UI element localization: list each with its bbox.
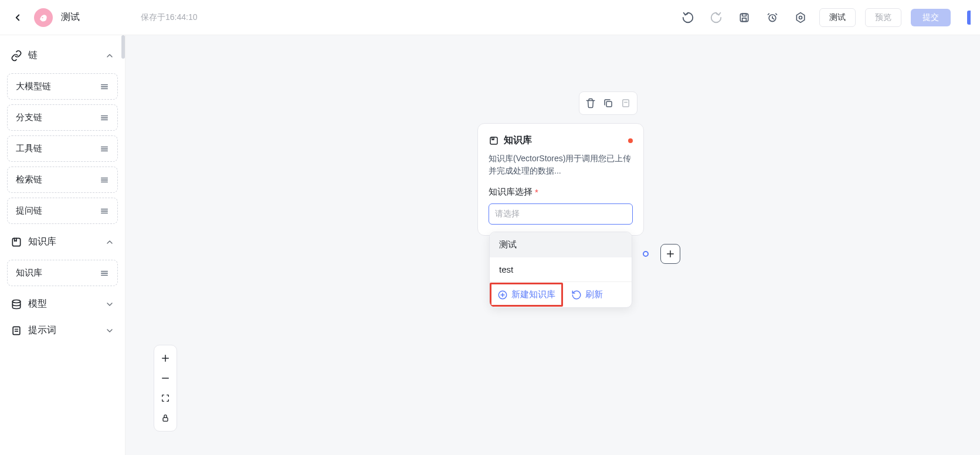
svg-line-7 (772, 18, 774, 19)
settings-button[interactable] (791, 8, 810, 27)
chevron-down-icon (105, 326, 114, 335)
submit-button[interactable]: 提交 (911, 9, 951, 26)
node-title: 知识库 (504, 134, 623, 147)
svg-rect-3 (742, 13, 747, 16)
dropdown-option[interactable]: 测试 (490, 232, 632, 257)
knowledge-select[interactable]: 请选择 (489, 203, 633, 225)
section-label: 链 (28, 49, 99, 62)
menu-icon (100, 206, 109, 216)
zoom-out-button[interactable] (156, 369, 175, 388)
node-toolbar (579, 91, 637, 115)
canvas[interactable]: 知识库 知识库(VectorStores)用于调用您已上传并完成处理的数据...… (126, 35, 980, 455)
section-knowledge[interactable]: 知识库 (7, 229, 118, 255)
section-prompt[interactable]: 提示词 (7, 317, 118, 344)
page-title: 测试 (61, 11, 80, 23)
delete-node-button[interactable] (583, 96, 598, 111)
menu-icon (100, 175, 109, 185)
section-model[interactable]: 模型 (7, 291, 118, 317)
header-accent (967, 11, 971, 25)
svg-line-8 (768, 13, 769, 15)
dropdown-option[interactable]: test (490, 257, 632, 281)
app-logo (34, 8, 53, 27)
required-star: * (535, 187, 538, 197)
book-icon (11, 236, 22, 248)
test-button[interactable]: 测试 (819, 8, 856, 27)
sidebar-item-label: 知识库 (16, 267, 42, 279)
sidebar-item-branch-chain[interactable]: 分支链 (7, 104, 118, 131)
menu-icon (100, 113, 109, 123)
zoom-controls (154, 345, 177, 432)
save-timestamp: 保存于16:44:10 (141, 12, 198, 23)
lock-button[interactable] (156, 409, 175, 427)
undo-button[interactable] (679, 8, 697, 27)
node-description: 知识库(VectorStores)用于调用您已上传并完成处理的数据... (489, 152, 633, 177)
status-dot (628, 138, 633, 143)
sidebar-item-knowledge[interactable]: 知识库 (7, 260, 118, 286)
redo-button[interactable] (707, 8, 725, 27)
header-actions: 测试 预览 提交 (679, 8, 971, 27)
menu-icon (100, 82, 109, 91)
select-dropdown: 测试 test 新建知识库 刷新 (489, 232, 632, 308)
chevron-down-icon (105, 300, 114, 309)
sidebar-item-label: 大模型链 (16, 81, 51, 92)
sidebar-item-llm-chain[interactable]: 大模型链 (7, 73, 118, 100)
dropdown-action-label: 刷新 (585, 289, 603, 300)
add-node-button[interactable] (660, 244, 680, 264)
field-label: 知识库选择 * (489, 186, 633, 198)
header: 测试 保存于16:44:10 测试 预览 提交 (0, 0, 980, 35)
document-icon (11, 325, 22, 337)
copy-node-button[interactable] (601, 96, 616, 111)
section-chain[interactable]: 链 (7, 42, 118, 69)
svg-rect-47 (163, 417, 168, 421)
link-icon (11, 50, 22, 62)
fit-view-button[interactable] (156, 389, 175, 408)
sidebar-item-label: 分支链 (16, 112, 42, 123)
svg-marker-10 (796, 12, 804, 22)
svg-rect-4 (742, 18, 747, 21)
zoom-in-button[interactable] (156, 349, 175, 368)
svg-point-11 (799, 16, 802, 19)
save-button[interactable] (735, 8, 754, 27)
sidebar-item-label: 工具链 (16, 143, 42, 154)
svg-rect-35 (606, 101, 612, 107)
svg-rect-36 (623, 100, 629, 107)
svg-line-9 (776, 13, 777, 15)
refresh-button[interactable]: 刷新 (563, 282, 611, 307)
output-port[interactable] (643, 251, 649, 257)
back-button[interactable] (9, 9, 26, 26)
section-label: 模型 (28, 298, 99, 310)
scrollbar[interactable] (121, 35, 125, 59)
book-icon (489, 135, 499, 146)
preview-button[interactable]: 预览 (865, 8, 901, 27)
highlight-annotation: 新建知识库 (490, 283, 563, 307)
menu-icon (100, 269, 109, 278)
sidebar-item-question-chain[interactable]: 提问链 (7, 198, 118, 224)
sidebar-item-retrieval-chain[interactable]: 检索链 (7, 167, 118, 193)
sidebar-item-label: 提问链 (16, 205, 42, 216)
chevron-up-icon (105, 51, 114, 60)
svg-point-31 (12, 300, 20, 303)
note-node-button[interactable] (618, 96, 633, 111)
menu-icon (100, 144, 109, 154)
section-label: 知识库 (28, 236, 99, 248)
svg-point-1 (42, 16, 43, 18)
database-icon (11, 298, 22, 310)
sidebar-item-label: 检索链 (16, 174, 42, 185)
alarm-button[interactable] (763, 8, 782, 27)
chevron-up-icon (105, 237, 114, 247)
knowledge-node[interactable]: 知识库 知识库(VectorStores)用于调用您已上传并完成处理的数据...… (477, 123, 644, 236)
sidebar: 链 大模型链 分支链 工具链 检索链 提问链 (0, 35, 126, 455)
dropdown-action-label: 新建知识库 (511, 289, 555, 300)
sidebar-item-tool-chain[interactable]: 工具链 (7, 135, 118, 162)
create-knowledge-button[interactable]: 新建知识库 (497, 289, 555, 300)
section-label: 提示词 (28, 324, 99, 337)
